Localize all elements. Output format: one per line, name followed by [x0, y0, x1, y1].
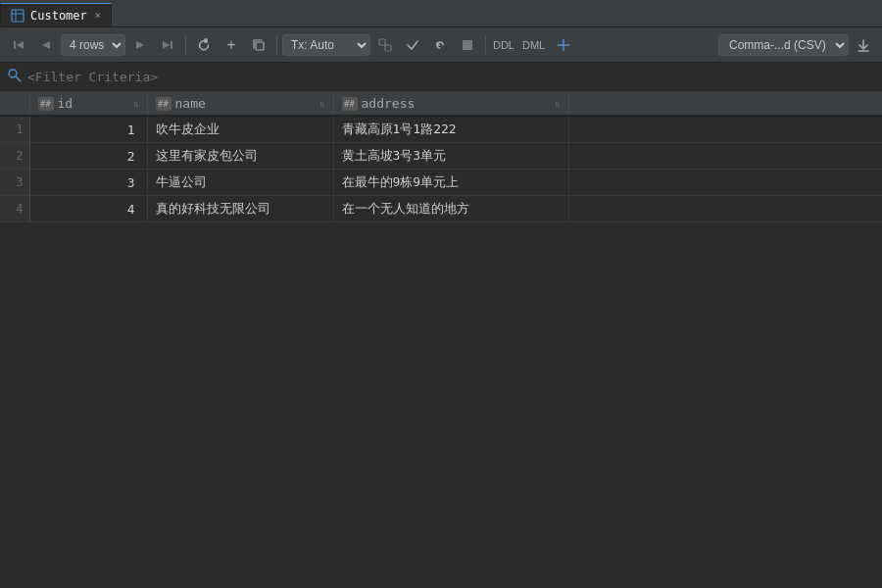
add-icon: + [226, 37, 235, 53]
cell-extra [568, 170, 882, 196]
row-num-cell: 3 [0, 170, 29, 196]
cell-address[interactable]: 青藏高原1号1路222 [333, 116, 568, 143]
nav-next-btn[interactable] [127, 32, 153, 58]
tab-close-btn[interactable]: × [95, 10, 101, 21]
commit-icon [406, 38, 419, 52]
nav-first-icon [12, 38, 25, 52]
csv-format-select[interactable]: Comma-...d (CSV) [718, 34, 849, 56]
data-table-container: ## id ⇅ ## name ⇅ ## [0, 92, 882, 588]
col-header-id[interactable]: ## id ⇅ [29, 92, 147, 116]
sort-icon-name: ⇅ [319, 99, 324, 109]
svg-marker-7 [163, 41, 170, 49]
table-row[interactable]: 22这里有家皮包公司黄土高坡3号3单元 [0, 143, 882, 170]
table-row[interactable]: 44真的好科技无限公司在一个无人知道的地方 [0, 196, 882, 222]
svg-marker-9 [205, 39, 207, 42]
tab-bar: Customer × [0, 0, 882, 27]
col-type-icon-name: ## [156, 97, 172, 111]
svg-rect-12 [385, 45, 391, 51]
svg-rect-0 [12, 10, 24, 22]
row-num-cell: 2 [0, 143, 29, 170]
cell-address[interactable]: 在一个无人知道的地方 [333, 196, 568, 222]
rollback-icon [433, 38, 447, 52]
cell-address[interactable]: 在最牛的9栋9单元上 [333, 170, 568, 196]
ddl-btn[interactable]: DDL [491, 32, 516, 58]
nav-last-btn[interactable] [155, 32, 180, 58]
svg-marker-4 [17, 41, 24, 49]
svg-rect-3 [14, 41, 16, 49]
stop-icon [462, 39, 473, 51]
separator-1 [185, 35, 186, 55]
filter-icon [8, 69, 22, 85]
resize-handle-name[interactable] [329, 92, 333, 115]
tab-label: Customer [30, 9, 87, 23]
table-header-row: ## id ⇅ ## name ⇅ ## [0, 92, 882, 116]
cell-name[interactable]: 这里有家皮包公司 [147, 143, 333, 170]
cell-id[interactable]: 1 [29, 116, 147, 143]
row-num-cell: 1 [0, 116, 29, 143]
col-label-address: address [362, 96, 416, 111]
maximize-btn[interactable] [551, 32, 576, 58]
cell-id[interactable]: 2 [29, 143, 147, 170]
download-btn[interactable] [851, 32, 876, 58]
row-num-cell: 4 [0, 196, 29, 222]
resize-handle-address[interactable] [564, 92, 568, 115]
cell-id[interactable]: 3 [29, 170, 147, 196]
sort-icon-id: ⇅ [133, 99, 138, 109]
dml-btn[interactable]: DML [518, 32, 549, 58]
table-row[interactable]: 11吹牛皮企业青藏高原1号1路222 [0, 116, 882, 143]
nav-next-icon [133, 38, 147, 52]
table-row[interactable]: 33牛逼公司在最牛的9栋9单元上 [0, 170, 882, 196]
refresh-btn[interactable] [191, 32, 217, 58]
rows-select[interactable]: 4 rows [61, 34, 125, 56]
cell-extra [568, 143, 882, 170]
maximize-icon [557, 38, 570, 52]
col-header-name[interactable]: ## name ⇅ [147, 92, 333, 116]
sort-icon-address: ⇅ [555, 99, 560, 109]
copy-btn[interactable] [246, 32, 271, 58]
cell-name[interactable]: 牛逼公司 [147, 170, 333, 196]
dml-label: DML [522, 39, 545, 51]
nav-last-icon [161, 38, 174, 52]
filter-svg [8, 69, 22, 82]
download-icon [857, 38, 870, 52]
col-label-id: id [58, 96, 74, 111]
toolbar: 4 rows + Tx: Auto Tx: Manual [0, 27, 882, 63]
nav-first-btn[interactable] [6, 32, 31, 58]
copy-icon [252, 38, 266, 52]
col-label-name: name [175, 96, 206, 111]
commit-btn[interactable] [400, 32, 425, 58]
cell-address[interactable]: 黄土高坡3号3单元 [333, 143, 568, 170]
svg-line-19 [16, 76, 21, 81]
copy2-icon [378, 38, 392, 52]
nav-prev-icon [39, 38, 53, 52]
table-icon [11, 9, 24, 23]
tab-customer[interactable]: Customer × [0, 3, 112, 26]
svg-rect-10 [256, 42, 264, 50]
nav-prev-btn[interactable] [33, 32, 59, 58]
filter-bar [0, 63, 882, 92]
cell-extra [568, 196, 882, 222]
filter-input[interactable] [27, 70, 874, 84]
tx-select[interactable]: Tx: Auto Tx: Manual [282, 34, 370, 56]
ddl-label: DDL [493, 39, 514, 51]
refresh-icon [197, 38, 211, 52]
separator-3 [485, 35, 486, 55]
rollback-btn[interactable] [427, 32, 453, 58]
col-type-icon-address: ## [342, 97, 358, 111]
col-header-rownum [0, 92, 29, 116]
col-header-address[interactable]: ## address ⇅ [333, 92, 568, 116]
svg-marker-5 [42, 41, 50, 49]
svg-rect-11 [379, 39, 385, 45]
data-table: ## id ⇅ ## name ⇅ ## [0, 92, 882, 222]
col-type-icon-id: ## [38, 97, 54, 111]
add-row-btn[interactable]: + [219, 32, 244, 58]
cell-name[interactable]: 真的好科技无限公司 [147, 196, 333, 222]
col-header-extra [568, 92, 882, 116]
stop-btn[interactable] [455, 32, 480, 58]
cell-name[interactable]: 吹牛皮企业 [147, 116, 333, 143]
separator-2 [276, 35, 277, 55]
cell-id[interactable]: 4 [29, 196, 147, 222]
copy2-btn[interactable] [372, 32, 398, 58]
resize-handle-id[interactable] [143, 92, 147, 115]
svg-rect-8 [171, 41, 172, 49]
